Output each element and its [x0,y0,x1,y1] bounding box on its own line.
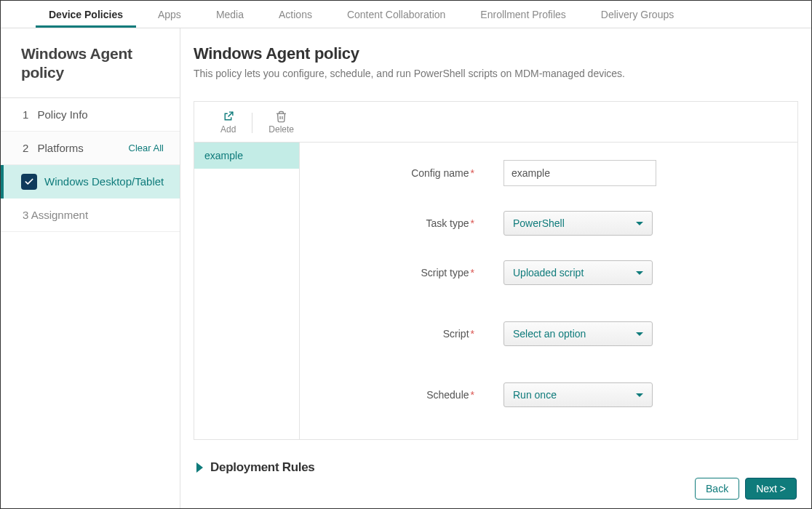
content-area: Windows Agent policy This policy lets yo… [180,28,811,508]
chevron-down-icon [636,222,643,225]
trash-icon [275,111,287,123]
toolbar-separator [252,113,252,133]
tab-content-collaboration[interactable]: Content Collaboration [334,1,458,28]
platform-checkbox[interactable] [21,174,37,190]
script-type-label: Script type* [322,267,503,278]
schedule-select[interactable]: Run once [503,382,653,407]
top-tabs: Device Policies Apps Media Actions Conte… [1,1,811,28]
delete-button[interactable]: Delete [257,108,306,137]
step-2-number: 2 [23,142,28,154]
step-2-label: Platforms [38,142,84,154]
tab-actions[interactable]: Actions [266,1,325,28]
platform-windows-desktop-tablet[interactable]: Windows Desktop/Tablet [1,165,180,199]
script-type-select[interactable]: Uploaded script [503,260,653,285]
tab-device-policies[interactable]: Device Policies [36,1,136,28]
add-label: Add [220,124,236,135]
triangle-right-icon [196,462,203,473]
deployment-rules-toggle[interactable]: Deployment Rules [194,460,798,475]
step-policy-info[interactable]: 1 Policy Info [1,98,180,132]
platform-label: Windows Desktop/Tablet [44,175,164,188]
step-assignment[interactable]: 3 Assignment [1,199,180,232]
script-label: Script* [322,328,503,340]
step-platforms[interactable]: 2 Platforms Clear All [1,132,180,165]
add-icon [222,111,234,123]
task-type-label: Task type* [322,217,503,229]
config-panel: Add Delete example Config name* [194,101,798,440]
tab-delivery-groups[interactable]: Delivery Groups [588,1,687,28]
back-button[interactable]: Back [695,478,739,500]
next-button[interactable]: Next > [745,478,797,500]
script-type-value: Uploaded script [513,267,584,278]
tab-apps[interactable]: Apps [145,1,194,28]
task-type-select[interactable]: PowerShell [503,211,653,236]
step-3-number: 3 [23,209,28,221]
clear-all-link[interactable]: Clear All [129,143,164,153]
add-button[interactable]: Add [209,108,247,137]
deployment-rules-label: Deployment Rules [210,460,315,475]
schedule-label: Schedule* [322,389,503,401]
page-description: This policy lets you configure, schedule… [194,68,798,79]
chevron-down-icon [636,271,643,275]
sidebar-title: Windows Agent policy [1,28,180,98]
script-select[interactable]: Select an option [503,321,653,346]
schedule-value: Run once [513,389,557,401]
config-name-input[interactable] [503,160,656,186]
config-form: Config name* Task type* PowerShell [300,143,797,439]
footer-buttons: Back Next > [695,478,797,500]
config-name-label: Config name* [322,167,503,179]
chevron-down-icon [636,332,643,336]
script-value: Select an option [513,328,586,340]
tab-enrollment-profiles[interactable]: Enrollment Profiles [467,1,579,28]
delete-label: Delete [268,124,294,135]
step-3-label: Assignment [31,209,88,221]
check-icon [24,177,34,187]
page-title: Windows Agent policy [194,44,798,63]
chevron-down-icon [636,393,643,397]
step-1-number: 1 [23,108,28,121]
task-type-value: PowerShell [513,217,565,229]
tab-media[interactable]: Media [203,1,257,28]
panel-toolbar: Add Delete [194,102,797,137]
step-1-label: Policy Info [38,108,88,121]
config-list-item[interactable]: example [194,143,299,169]
config-list: example [194,143,300,439]
sidebar: Windows Agent policy 1 Policy Info 2 Pla… [1,28,180,508]
